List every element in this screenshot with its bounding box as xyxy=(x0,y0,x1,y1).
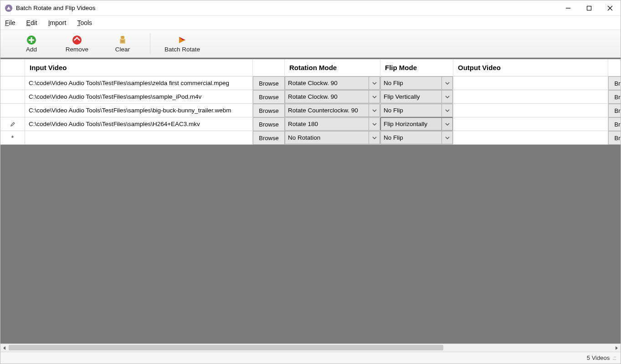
output-video-cell[interactable] xyxy=(453,117,608,131)
flip-mode-cell[interactable]: Flip Vertically xyxy=(380,90,453,104)
browse-output-button[interactable]: Br xyxy=(608,131,621,145)
chevron-down-icon[interactable] xyxy=(442,131,453,144)
flip-value: No Flip xyxy=(380,131,442,144)
chevron-down-icon[interactable] xyxy=(369,76,380,90)
row-indicator xyxy=(0,117,25,131)
table-row[interactable]: *BrowseNo RotationNo FlipBr xyxy=(0,131,621,145)
output-video-cell[interactable] xyxy=(453,76,608,90)
flip-value: Flip Vertically xyxy=(380,90,442,103)
app-window: Batch Rotate and Flip Videos File Edit I… xyxy=(0,0,621,364)
chevron-down-icon[interactable] xyxy=(442,117,453,131)
add-button[interactable]: Add xyxy=(9,31,54,56)
clear-button[interactable]: Clear xyxy=(100,31,145,56)
header-browse[interactable] xyxy=(253,59,285,76)
svg-rect-11 xyxy=(121,36,124,39)
browse-input-button[interactable]: Browse xyxy=(253,104,285,117)
input-video-cell[interactable]: C:\code\Video Audio Tools\TestFiles\samp… xyxy=(25,104,253,117)
scroll-thumb[interactable] xyxy=(9,345,443,350)
menu-tools[interactable]: Tools xyxy=(77,19,92,26)
batch-rotate-button[interactable]: Batch Rotate xyxy=(155,31,210,56)
header-rotation-mode[interactable]: Rotation Mode xyxy=(285,59,380,76)
chevron-down-icon[interactable] xyxy=(369,104,380,117)
minimize-button[interactable] xyxy=(558,0,579,15)
flip-value: No Flip xyxy=(380,104,442,117)
batch-rotate-label: Batch Rotate xyxy=(164,46,200,53)
rotation-mode-cell[interactable]: Rotate Clockw. 90 xyxy=(285,76,380,90)
input-video-cell[interactable]: C:\code\Video Audio Tools\TestFiles\samp… xyxy=(25,76,253,90)
toolbar-separator xyxy=(150,33,150,54)
row-indicator xyxy=(0,90,25,104)
header-input-video[interactable]: Input Video xyxy=(25,59,253,76)
browse-output-button[interactable]: Br xyxy=(608,76,621,90)
table-row[interactable]: C:\code\Video Audio Tools\TestFiles\samp… xyxy=(0,76,621,90)
grid-body: C:\code\Video Audio Tools\TestFiles\samp… xyxy=(0,76,621,145)
rotation-value: Rotate Clockw. 90 xyxy=(285,76,369,90)
svg-rect-2 xyxy=(587,6,591,10)
rotate-icon xyxy=(177,35,187,45)
browse-input-button[interactable]: Browse xyxy=(253,76,285,90)
rotation-mode-cell[interactable]: No Rotation xyxy=(285,131,380,145)
scroll-track[interactable] xyxy=(9,344,612,352)
rotation-mode-cell[interactable]: Rotate 180 xyxy=(285,117,380,131)
flip-mode-cell[interactable]: Flip Horizontally xyxy=(380,117,453,131)
browse-output-button[interactable]: Br xyxy=(608,104,621,117)
window-title: Batch Rotate and Flip Videos xyxy=(16,5,558,11)
scroll-left-button[interactable] xyxy=(0,344,9,352)
flip-mode-cell[interactable]: No Flip xyxy=(380,131,453,145)
video-grid: Input Video Rotation Mode Flip Mode Outp… xyxy=(0,58,621,344)
browse-output-button[interactable]: Br xyxy=(608,90,621,104)
window-controls xyxy=(558,0,621,15)
rotation-value: No Rotation xyxy=(285,131,369,144)
rotation-value: Rotate 180 xyxy=(285,117,369,131)
chevron-down-icon[interactable] xyxy=(369,117,380,131)
input-video-cell[interactable]: C:\code\Video Audio Tools\TestFiles\samp… xyxy=(25,90,253,104)
browse-input-button[interactable]: Browse xyxy=(253,131,285,145)
header-flip-mode[interactable]: Flip Mode xyxy=(380,59,453,76)
flip-mode-cell[interactable]: No Flip xyxy=(380,104,453,117)
flip-value: No Flip xyxy=(380,76,442,90)
menu-file[interactable]: File xyxy=(5,19,15,26)
remove-label: Remove xyxy=(66,46,88,53)
output-video-cell[interactable] xyxy=(453,131,608,145)
chevron-down-icon[interactable] xyxy=(442,76,453,90)
row-indicator xyxy=(0,76,25,90)
resize-grip[interactable]: .:: xyxy=(612,354,616,361)
input-video-cell[interactable]: C:\code\Video Audio Tools\TestFiles\samp… xyxy=(25,117,253,131)
header-output-video[interactable]: Output Video xyxy=(453,59,608,76)
horizontal-scrollbar[interactable] xyxy=(0,344,621,352)
chevron-down-icon[interactable] xyxy=(442,104,453,117)
table-row[interactable]: C:\code\Video Audio Tools\TestFiles\samp… xyxy=(0,104,621,117)
header-browse-output[interactable] xyxy=(608,59,621,76)
menu-import[interactable]: Import xyxy=(48,19,67,26)
table-row[interactable]: C:\code\Video Audio Tools\TestFiles\samp… xyxy=(0,117,621,131)
rotation-value: Rotate Counterclockw. 90 xyxy=(285,104,369,117)
output-video-cell[interactable] xyxy=(453,90,608,104)
add-label: Add xyxy=(26,46,37,53)
flip-value: Flip Horizontally xyxy=(380,117,442,131)
clear-label: Clear xyxy=(115,46,130,53)
table-row[interactable]: C:\code\Video Audio Tools\TestFiles\samp… xyxy=(0,90,621,104)
flip-mode-cell[interactable]: No Flip xyxy=(380,76,453,90)
chevron-down-icon[interactable] xyxy=(442,90,453,103)
row-indicator: * xyxy=(0,131,25,145)
remove-button[interactable]: Remove xyxy=(54,31,100,56)
browse-output-button[interactable]: Br xyxy=(608,117,621,131)
menu-edit[interactable]: Edit xyxy=(26,19,37,26)
close-button[interactable] xyxy=(600,0,621,15)
svg-rect-7 xyxy=(29,39,34,40)
header-indicator[interactable] xyxy=(0,59,25,76)
browse-input-button[interactable]: Browse xyxy=(253,117,285,131)
browse-input-button[interactable]: Browse xyxy=(253,90,285,104)
rotation-mode-cell[interactable]: Rotate Counterclockw. 90 xyxy=(285,104,380,117)
title-bar: Batch Rotate and Flip Videos xyxy=(0,0,621,16)
scroll-right-button[interactable] xyxy=(612,344,621,352)
add-icon xyxy=(26,35,36,45)
rotation-value: Rotate Clockw. 90 xyxy=(285,90,369,103)
input-video-cell[interactable] xyxy=(25,131,253,145)
row-indicator xyxy=(0,104,25,117)
output-video-cell[interactable] xyxy=(453,104,608,117)
rotation-mode-cell[interactable]: Rotate Clockw. 90 xyxy=(285,90,380,104)
maximize-button[interactable] xyxy=(579,0,600,15)
chevron-down-icon[interactable] xyxy=(369,90,380,103)
chevron-down-icon[interactable] xyxy=(369,131,380,144)
